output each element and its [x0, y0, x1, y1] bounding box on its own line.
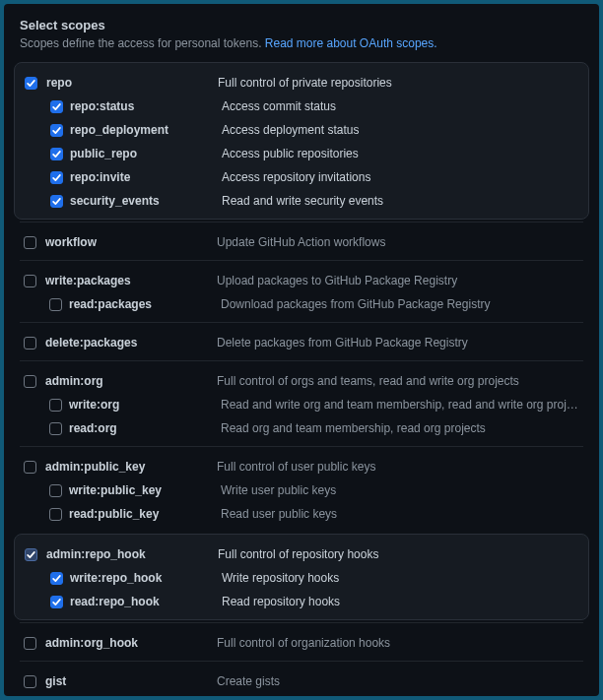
scope-description: Full control of organization hooks [217, 636, 583, 650]
scope-checkbox[interactable] [24, 236, 36, 249]
scope-checkbox[interactable] [49, 484, 62, 497]
section-description: Scopes define the access for personal to… [20, 36, 583, 50]
scope-description: Access deployment status [222, 123, 582, 137]
scope-row: repoFull control of private repositories [21, 71, 582, 95]
scope-subrow: repo:statusAccess commit status [21, 95, 582, 118]
scope-row: admin:repo_hookFull control of repositor… [21, 542, 582, 566]
scope-description: Write repository hooks [222, 571, 582, 585]
scope-subrow: public_repoAccess public repositories [21, 142, 582, 165]
section-title: Select scopes [20, 18, 583, 32]
scope-checkbox[interactable] [24, 637, 36, 650]
scope-name: admin:public_key [45, 460, 213, 474]
scope-description: Update GitHub Action workflows [217, 235, 583, 249]
section-description-text: Scopes define the access for personal to… [20, 36, 265, 50]
scope-name: delete:packages [45, 336, 213, 350]
scope-group: admin:public_keyFull control of user pub… [20, 446, 583, 532]
scope-checkbox[interactable] [50, 148, 63, 160]
scope-name: workflow [45, 235, 213, 249]
scope-row: write:packagesUpload packages to GitHub … [20, 269, 583, 292]
scope-group: admin:orgFull control of orgs and teams,… [20, 360, 583, 446]
scope-subrow: read:repo_hookRead repository hooks [21, 590, 582, 613]
scope-description: Access public repositories [222, 147, 582, 160]
scope-checkbox[interactable] [49, 399, 62, 412]
scope-description: Full control of repository hooks [218, 547, 582, 561]
scope-name: admin:org [45, 374, 213, 388]
scope-name: security_events [70, 194, 218, 208]
scope-description: Read org and team membership, read org p… [221, 421, 583, 435]
scope-name: repo_deployment [70, 123, 218, 137]
scope-group: workflowUpdate GitHub Action workflows [20, 222, 583, 260]
scope-row: workflowUpdate GitHub Action workflows [20, 230, 583, 254]
scope-description: Create gists [217, 674, 583, 688]
scope-description: Download packages from GitHub Package Re… [221, 297, 583, 311]
scope-subrow: read:packagesDownload packages from GitH… [20, 292, 583, 316]
scope-checkbox[interactable] [25, 548, 37, 561]
scope-description: Upload packages to GitHub Package Regist… [217, 274, 583, 287]
scope-description: Access repository invitations [222, 170, 582, 184]
scope-subrow: write:public_keyWrite user public keys [20, 478, 583, 502]
scope-description: Full control of orgs and teams, read and… [217, 374, 583, 388]
scope-description: Access commit status [222, 99, 582, 113]
scope-name: read:repo_hook [70, 595, 218, 608]
scope-checkbox[interactable] [49, 422, 62, 435]
scope-description: Full control of user public keys [217, 460, 583, 474]
scope-checkbox[interactable] [24, 461, 36, 474]
scope-group: admin:org_hookFull control of organizati… [20, 622, 583, 661]
scope-name: repo:invite [70, 170, 218, 184]
scope-group: repoFull control of private repositories… [14, 62, 589, 220]
scope-checkbox[interactable] [24, 275, 36, 287]
scope-name: write:org [69, 398, 217, 412]
scope-description: Read repository hooks [222, 595, 582, 608]
scope-name: write:repo_hook [70, 571, 218, 585]
scope-name: read:public_key [69, 507, 217, 521]
scope-subrow: write:repo_hookWrite repository hooks [21, 566, 582, 590]
scope-description: Read and write org and team membership, … [221, 398, 583, 412]
scope-name: gist [45, 674, 213, 688]
scope-name: read:org [69, 421, 217, 435]
scope-name: repo:status [70, 99, 218, 113]
scope-checkbox[interactable] [50, 100, 63, 113]
scope-checkbox[interactable] [25, 77, 37, 90]
scope-checkbox[interactable] [50, 171, 63, 184]
scope-checkbox[interactable] [50, 124, 63, 137]
scope-description: Full control of private repositories [218, 76, 582, 90]
scope-row: gistCreate gists [20, 669, 583, 693]
scope-row: delete:packagesDelete packages from GitH… [20, 331, 583, 354]
scope-group: write:packagesUpload packages to GitHub … [20, 260, 583, 322]
scope-subrow: security_eventsRead and write security e… [21, 189, 582, 213]
scope-name: read:packages [69, 297, 217, 311]
scope-row: admin:orgFull control of orgs and teams,… [20, 369, 583, 393]
scope-checkbox[interactable] [24, 337, 36, 350]
scope-name: public_repo [70, 147, 218, 160]
scope-checkbox[interactable] [24, 675, 36, 688]
scope-group: delete:packagesDelete packages from GitH… [20, 322, 583, 360]
scope-description: Delete packages from GitHub Package Regi… [217, 336, 583, 350]
scope-name: admin:repo_hook [46, 547, 214, 561]
scope-checkbox[interactable] [50, 596, 63, 608]
scope-row: admin:org_hookFull control of organizati… [20, 631, 583, 655]
scope-name: write:public_key [69, 483, 217, 497]
scope-group: gistCreate gists [20, 661, 583, 696]
scope-description: Read and write security events [222, 194, 582, 208]
scope-name: write:packages [45, 274, 213, 287]
scope-name: admin:org_hook [45, 636, 213, 650]
scope-subrow: read:public_keyRead user public keys [20, 502, 583, 526]
scope-checkbox[interactable] [49, 508, 62, 521]
scope-checkbox[interactable] [50, 195, 63, 208]
scope-row: admin:public_keyFull control of user pub… [20, 455, 583, 478]
scope-subrow: repo_deploymentAccess deployment status [21, 118, 582, 142]
scopes-list: repoFull control of private repositories… [20, 62, 583, 696]
scope-checkbox[interactable] [24, 375, 36, 388]
scope-group: admin:repo_hookFull control of repositor… [14, 534, 589, 620]
scope-checkbox[interactable] [49, 298, 62, 311]
scope-subrow: repo:inviteAccess repository invitations [21, 165, 582, 189]
scope-description: Write user public keys [221, 483, 583, 497]
scope-name: repo [46, 76, 214, 90]
scope-description: Read user public keys [221, 507, 583, 521]
learn-more-link[interactable]: Read more about OAuth scopes. [265, 36, 437, 50]
scope-subrow: write:orgRead and write org and team mem… [20, 393, 583, 416]
scope-checkbox[interactable] [50, 572, 63, 585]
scope-subrow: read:orgRead org and team membership, re… [20, 416, 583, 440]
